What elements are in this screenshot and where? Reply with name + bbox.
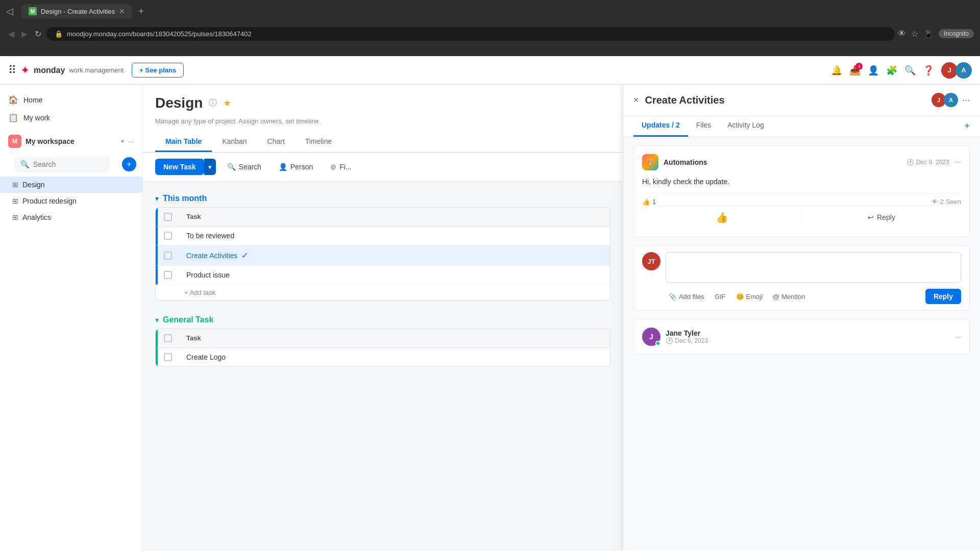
star-icon[interactable]: ☆: [911, 29, 918, 39]
sidebar-add-btn[interactable]: +: [122, 157, 136, 171]
sidebar-item-my-work[interactable]: 📋 My work: [0, 109, 142, 127]
reply-label: Reply: [877, 213, 895, 221]
row-checkbox-2[interactable]: [164, 252, 172, 260]
search-icon[interactable]: 🔍: [904, 65, 916, 76]
home-label: Home: [23, 96, 42, 104]
row-checkbox-4[interactable]: [164, 353, 172, 361]
jane-more-btn[interactable]: ···: [955, 333, 961, 341]
notifications-icon[interactable]: 🔔: [831, 65, 842, 76]
header-checkbox-2[interactable]: [164, 334, 172, 342]
panel-add-btn[interactable]: +: [964, 116, 970, 137]
seen-count: 2 Seen: [940, 198, 961, 206]
group-this-month: ▾ This month Task To be reviewed: [155, 190, 610, 301]
jane-date: 🕐 Dec 6, 2023: [666, 337, 708, 344]
tab-main-table[interactable]: Main Table: [155, 132, 212, 152]
profile-icon[interactable]: 📱: [923, 29, 934, 39]
composer-input[interactable]: [666, 252, 961, 283]
address-bar[interactable]: 🔒 moodjoy.monday.com/boards/1830420525/p…: [46, 27, 895, 41]
tab-favicon: M: [29, 7, 37, 15]
panel-header: × Create Activities J A ···: [623, 85, 980, 116]
group-title-this-month: This month: [163, 194, 207, 203]
row-checkbox-3[interactable]: [164, 271, 172, 279]
back-btn[interactable]: ◀: [6, 27, 16, 41]
help-icon[interactable]: ❓: [923, 65, 934, 76]
gif-btn[interactable]: GIF: [712, 291, 729, 303]
emoji-btn[interactable]: 😊 Emoji: [733, 291, 766, 303]
table-row-selected[interactable]: Create Activities ✓: [156, 245, 610, 266]
sidebar-workspace[interactable]: M My workspace ▾ ···: [0, 131, 142, 152]
mention-label: Mention: [781, 293, 805, 300]
apps-icon[interactable]: 🧩: [886, 65, 897, 76]
online-status-dot: [655, 341, 660, 346]
panel-tab-updates[interactable]: Updates / 2: [633, 116, 688, 137]
task-label: To be reviewed: [178, 227, 610, 245]
mention-btn[interactable]: @ Mention: [770, 291, 808, 303]
seen-badge: 👁 2 Seen: [932, 198, 961, 206]
users-icon[interactable]: 👤: [868, 65, 879, 76]
table-header-this-month: Task: [156, 208, 610, 227]
update-more-btn[interactable]: ···: [954, 158, 961, 167]
design-board-icon: ⊞: [12, 181, 18, 189]
board-info-icon[interactable]: ⓘ: [209, 98, 217, 109]
jane-name: Jane Tyler: [666, 329, 708, 337]
analytics-label: Analytics: [22, 213, 51, 221]
sidebar-item-home[interactable]: 🏠 Home: [0, 91, 142, 109]
tab-close-icon[interactable]: ✕: [119, 7, 125, 15]
table-row-general-1[interactable]: Create Logo: [156, 348, 610, 366]
tab-kanban[interactable]: Kanban: [212, 132, 257, 152]
search-btn[interactable]: 🔍 Search: [221, 160, 267, 174]
add-files-btn[interactable]: 📎 Add files: [666, 291, 707, 303]
emoji-icon: 😊: [736, 293, 744, 300]
tab-title: Design - Create Activities: [41, 8, 115, 15]
new-tab-btn[interactable]: +: [138, 6, 144, 17]
thumbs-up-btn[interactable]: 👍: [642, 206, 802, 229]
reload-btn[interactable]: ↻: [33, 27, 43, 41]
person-btn[interactable]: 👤 Person: [273, 160, 319, 174]
new-task-button[interactable]: New Task: [155, 159, 204, 175]
composer-avatar-initials: JT: [647, 258, 655, 265]
new-task-chevron-btn[interactable]: ▾: [204, 159, 216, 175]
jane-header: J Jane Tyler 🕐 Dec 6, 2023 ···: [642, 328, 961, 346]
filter-btn-label: Fi...: [339, 163, 351, 171]
table-row[interactable]: To be reviewed: [156, 227, 610, 245]
table-row-3[interactable]: Product issue: [156, 266, 610, 285]
board-tabs: Main Table Kanban Chart Timeline: [155, 132, 610, 152]
sidebar-search[interactable]: 🔍: [14, 156, 110, 172]
board-toolbar: New Task ▾ 🔍 Search 👤 Person ⊘ Fi...: [143, 153, 623, 182]
inbox-icon[interactable]: 📥 3: [849, 65, 861, 76]
row-checkbox[interactable]: [164, 232, 172, 240]
tab-timeline[interactable]: Timeline: [295, 132, 342, 152]
panel-close-btn[interactable]: ×: [633, 95, 639, 106]
panel-more-btn[interactable]: ···: [962, 95, 970, 106]
board-star-icon[interactable]: ★: [223, 97, 231, 109]
update-body: Hi, kindly check the update.: [642, 177, 961, 187]
panel-tab-activity[interactable]: Activity Log: [719, 116, 772, 137]
automation-icon: 🎨: [642, 154, 658, 170]
task-column-header-2: Task: [178, 329, 610, 347]
composer-reply-button[interactable]: Reply: [925, 289, 961, 304]
sidebar-item-product-redesign[interactable]: ⊞ Product redesign: [0, 193, 142, 209]
add-task-row[interactable]: + Add task: [156, 285, 610, 300]
sidebar-item-design[interactable]: ⊞ Design: [0, 177, 142, 193]
group-header-general[interactable]: ▾ General Task: [155, 311, 610, 329]
group-chevron-icon-2: ▾: [155, 316, 159, 324]
right-panel: × Create Activities J A ··· Updates / 2 …: [623, 85, 980, 551]
sidebar-item-analytics[interactable]: ⊞ Analytics: [0, 209, 142, 226]
filter-toolbar-icon: ⊘: [330, 163, 336, 171]
avatar-2[interactable]: A: [955, 62, 972, 79]
see-plans-button[interactable]: + See plans: [132, 63, 184, 78]
jane-clock-icon: 🕐: [666, 337, 673, 344]
sidebar-search-input[interactable]: [33, 160, 104, 168]
filter-btn[interactable]: ⊘ Fi...: [324, 160, 357, 174]
tab-chart[interactable]: Chart: [257, 132, 295, 152]
panel-tab-files[interactable]: Files: [688, 116, 720, 137]
reply-btn[interactable]: ↩ Reply: [802, 206, 961, 229]
eye-icon: 👁: [898, 29, 906, 38]
app-logo: ⠿ ✦ monday work management: [8, 64, 124, 77]
workspace-more-icon[interactable]: ···: [128, 137, 134, 145]
task-label-3: Product issue: [178, 266, 610, 284]
browser-tab[interactable]: M Design - Create Activities ✕: [21, 4, 132, 18]
forward-btn[interactable]: ▶: [19, 27, 30, 41]
header-checkbox[interactable]: [164, 213, 172, 221]
group-header-this-month[interactable]: ▾ This month: [155, 190, 610, 207]
